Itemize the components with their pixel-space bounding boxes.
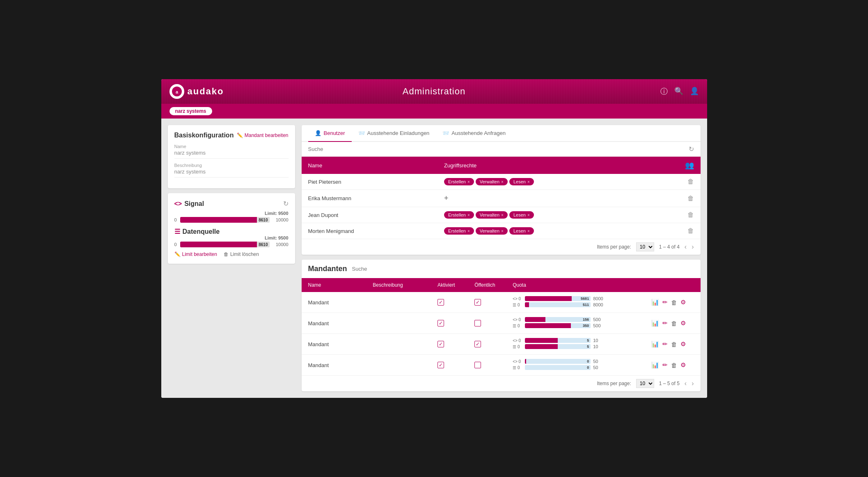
mandanten-table: Name Beschreibung Aktiviert Öffentlich Q… [302, 278, 701, 376]
mandant-settings-icon[interactable]: ⚙ [680, 320, 686, 327]
mandant-aktiviert-cell: ✓ [431, 334, 468, 355]
signal-quota-fill [525, 317, 545, 322]
delete-user-icon[interactable]: 🗑 [687, 178, 694, 185]
permission-tag[interactable]: Lesen × [509, 211, 534, 219]
mandant-delete-icon[interactable]: 🗑 [671, 362, 677, 369]
tab-anfragen[interactable]: 📨 Ausstehende Anfragen [436, 125, 512, 142]
aktiviert-checkbox[interactable]: ✓ [437, 341, 444, 347]
oeffentlich-checkbox[interactable]: ✓ [474, 341, 481, 347]
remove-permission-icon[interactable]: × [467, 213, 470, 217]
search-icon[interactable]: 🔍 [674, 87, 683, 96]
person-icon[interactable]: 👤 [690, 87, 699, 96]
oeffentlich-checkbox[interactable]: ✓ [474, 299, 481, 306]
permission-tag[interactable]: Erstellen × [444, 178, 474, 185]
mandant-edit-icon[interactable]: ✏ [662, 299, 668, 306]
permission-tag[interactable]: Verwalten × [476, 211, 508, 219]
users-pagination: Items per page: 10 25 1 – 4 of 4 ‹ › [302, 239, 701, 255]
tab-einladungen[interactable]: 📨 Ausstehende Einladungen [352, 125, 436, 142]
name-label: Name [174, 144, 289, 149]
remove-permission-icon[interactable]: × [527, 213, 530, 217]
basiskonfiguration-card: Basiskonfiguration ✏️ Mandant bearbeiten… [168, 125, 295, 188]
users-search-input[interactable] [308, 146, 689, 152]
users-next-page[interactable]: › [692, 243, 694, 251]
permission-tag[interactable]: Erstellen × [444, 211, 474, 219]
mandant-name-cell: Mandant [302, 313, 366, 334]
signal-bar: 8610 [180, 217, 270, 223]
signal-quota-icon: <> 0 [513, 297, 522, 301]
users-search-row: ↻ [302, 142, 701, 157]
col-actions-header[interactable]: 👥 [678, 157, 701, 174]
mandant-delete-icon[interactable]: 🗑 [671, 341, 677, 348]
mandanten-prev-page[interactable]: ‹ [685, 380, 687, 387]
mandant-actions-cell: 📊 ✏ 🗑 ⚙ [645, 292, 700, 313]
delete-user-icon[interactable]: 🗑 [687, 211, 694, 218]
mandant-settings-icon[interactable]: ⚙ [680, 361, 686, 369]
permission-tag[interactable]: Lesen × [509, 227, 534, 235]
basiskonfiguration-header: Basiskonfiguration ✏️ Mandant bearbeiten [174, 132, 289, 139]
oeffentlich-checkbox[interactable] [474, 362, 481, 368]
data-quota-fill [525, 323, 571, 328]
remove-permission-icon[interactable]: × [501, 180, 504, 184]
remove-permission-icon[interactable]: × [467, 180, 470, 184]
remove-permission-icon[interactable]: × [527, 229, 530, 233]
mandant-delete-icon[interactable]: 🗑 [671, 299, 677, 306]
delete-user-icon[interactable]: 🗑 [687, 227, 694, 234]
permission-tag[interactable]: Verwalten × [476, 227, 508, 235]
mandant-delete-icon[interactable]: 🗑 [671, 320, 677, 327]
mandant-chart-icon[interactable]: 📊 [651, 320, 659, 327]
mandant-edit-icon[interactable]: ✏ [662, 361, 668, 369]
trash-icon: 🗑 [224, 251, 229, 257]
remove-permission-icon[interactable]: × [467, 229, 470, 233]
permission-tag[interactable]: Erstellen × [444, 227, 474, 235]
permission-tag[interactable]: Lesen × [509, 178, 534, 185]
card-actions: ✏️ Limit bearbeiten 🗑 Limit löschen [174, 251, 289, 257]
mandant-chart-icon[interactable]: 📊 [651, 340, 659, 348]
mandant-chart-icon[interactable]: 📊 [651, 361, 659, 369]
mandant-oeffentlich-cell: ✓ [468, 334, 506, 355]
datasource-bar-value: 8610 [259, 242, 268, 247]
delete-user-icon[interactable]: 🗑 [687, 195, 694, 202]
limit-loeschen-link[interactable]: 🗑 Limit löschen [224, 251, 259, 257]
mandant-chart-icon[interactable]: 📊 [651, 299, 659, 306]
remove-permission-icon[interactable]: × [501, 213, 504, 217]
mandanten-next-page[interactable]: › [692, 380, 694, 387]
user-permissions-cell: Erstellen ×Verwalten ×Lesen × [437, 223, 678, 239]
limit-bearbeiten-link[interactable]: ✏️ Limit bearbeiten [174, 251, 217, 257]
data-quota-max: 10 [593, 344, 607, 349]
signal-progress: 0 8610 10000 [174, 217, 289, 223]
col-name: Name [302, 157, 438, 174]
refresh-icon[interactable]: ↻ [283, 200, 289, 208]
users-refresh-icon[interactable]: ↻ [689, 145, 694, 153]
add-user-icon[interactable]: 👥 [685, 161, 694, 169]
add-permission-button[interactable]: + [444, 194, 449, 202]
users-prev-page[interactable]: ‹ [685, 243, 687, 251]
signal-bar-fill [180, 217, 257, 223]
mcol-quota: Quota [506, 278, 645, 292]
data-quota-bar: 350 [525, 323, 591, 328]
tab-benutzer[interactable]: 👤 Benutzer [308, 125, 352, 142]
mandant-edit-icon[interactable]: ✏ [662, 320, 668, 327]
info-icon[interactable]: ⓘ [660, 87, 668, 96]
remove-permission-icon[interactable]: × [501, 229, 504, 233]
mandanten-search-input[interactable] [352, 266, 421, 272]
mandant-beschreibung-cell [366, 292, 431, 313]
mandanten-items-per-page-select[interactable]: 10 25 [636, 379, 654, 388]
mandant-edit-icon[interactable]: ✏ [662, 340, 668, 348]
signal-quota-max: 500 [593, 317, 607, 322]
oeffentlich-checkbox[interactable] [474, 320, 481, 326]
aktiviert-checkbox[interactable]: ✓ [437, 299, 444, 306]
remove-permission-icon[interactable]: × [527, 180, 530, 184]
users-items-per-page-select[interactable]: 10 25 [636, 242, 654, 251]
mandant-settings-icon[interactable]: ⚙ [680, 340, 686, 348]
mandant-settings-icon[interactable]: ⚙ [680, 299, 686, 306]
permission-tag[interactable]: Verwalten × [476, 178, 508, 185]
mandant-bearbeiten-link[interactable]: ✏️ Mandant bearbeiten [237, 132, 289, 138]
col-zugriffsrechte: Zugriffsrechte [437, 157, 678, 174]
data-quota-icon: ☰ 0 [513, 365, 522, 370]
users-table-body: Piet PietersenErstellen ×Verwalten ×Lese… [302, 174, 701, 239]
aktiviert-checkbox[interactable]: ✓ [437, 320, 444, 326]
tenant-badge[interactable]: narz systems [169, 107, 212, 115]
data-quota-bar: 5 [525, 344, 591, 349]
aktiviert-checkbox[interactable]: ✓ [437, 362, 444, 368]
users-card: 👤 Benutzer 📨 Ausstehende Einladungen 📨 A… [302, 125, 701, 255]
